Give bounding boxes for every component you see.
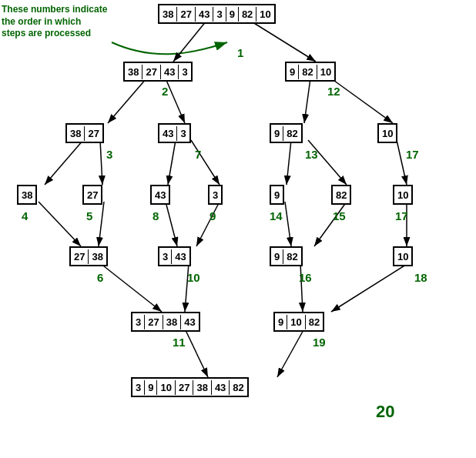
step-20: 20 — [376, 402, 394, 422]
node-13: 82 — [331, 185, 351, 205]
node-8: 38 — [17, 185, 37, 205]
step-3: 3 — [106, 148, 112, 161]
svg-line-19 — [285, 202, 291, 246]
svg-line-17 — [166, 202, 177, 246]
svg-line-15 — [39, 202, 81, 246]
step-2: 2 — [162, 85, 168, 98]
svg-line-5 — [166, 79, 185, 123]
node-19: 3 27 38 43 — [131, 312, 200, 332]
step-18: 18 — [414, 271, 427, 284]
svg-line-27 — [277, 329, 304, 377]
svg-line-2 — [173, 21, 206, 62]
svg-line-18 — [196, 202, 220, 246]
svg-line-13 — [308, 140, 347, 185]
step-11: 11 — [173, 336, 186, 349]
node-20: 9 10 82 — [273, 312, 324, 332]
node-18: 10 — [393, 246, 413, 266]
annotation-text: These numbers indicatethe order in which… — [2, 4, 107, 40]
node-4: 38 27 — [65, 123, 104, 143]
diagram: These numbers indicatethe order in which… — [0, 0, 476, 458]
svg-line-11 — [191, 140, 220, 185]
node-12: 9 — [270, 185, 284, 205]
svg-line-3 — [250, 21, 316, 62]
svg-line-8 — [45, 140, 83, 185]
node-9: 27 — [82, 185, 102, 205]
step-14: 14 — [270, 209, 283, 222]
node-21: 3 9 10 27 38 43 82 — [131, 377, 249, 397]
svg-line-10 — [168, 140, 176, 185]
svg-line-4 — [108, 79, 146, 123]
svg-line-6 — [304, 79, 310, 123]
step-9: 9 — [210, 209, 216, 222]
step-8: 8 — [153, 209, 159, 222]
node-1: 38 27 43 3 9 82 10 — [158, 4, 276, 24]
node-6: 9 82 — [270, 123, 303, 143]
node-5: 43 3 — [158, 123, 191, 143]
step-4: 4 — [22, 209, 28, 222]
step-5: 5 — [86, 209, 92, 222]
svg-line-14 — [397, 140, 407, 185]
node-10: 43 — [150, 185, 170, 205]
node-7: 10 — [377, 123, 397, 143]
step-15: 15 — [333, 209, 346, 222]
step-6: 6 — [97, 271, 103, 284]
node-15: 27 38 — [69, 246, 108, 266]
step-19: 19 — [313, 336, 326, 349]
svg-line-22 — [100, 263, 162, 312]
svg-line-7 — [331, 79, 393, 123]
step-17: 17 — [395, 209, 408, 222]
node-14: 10 — [393, 185, 413, 205]
step-13: 13 — [305, 148, 318, 161]
svg-line-20 — [314, 202, 347, 246]
svg-line-25 — [331, 263, 408, 312]
svg-line-9 — [100, 140, 102, 185]
step-1: 1 — [237, 46, 243, 59]
node-3: 9 82 10 — [285, 62, 336, 82]
step-12: 12 — [327, 85, 340, 98]
svg-line-12 — [287, 140, 291, 185]
node-11: 3 — [208, 185, 223, 205]
svg-line-16 — [99, 202, 104, 246]
node-17: 9 82 — [270, 246, 303, 266]
step-16: 16 — [299, 271, 312, 284]
node-16: 3 43 — [158, 246, 191, 266]
svg-line-26 — [185, 329, 208, 377]
node-2: 38 27 43 3 — [123, 62, 193, 82]
step-7: 7 — [195, 148, 201, 161]
step-10: 10 — [187, 271, 200, 284]
step-17-top: 17 — [406, 148, 419, 161]
